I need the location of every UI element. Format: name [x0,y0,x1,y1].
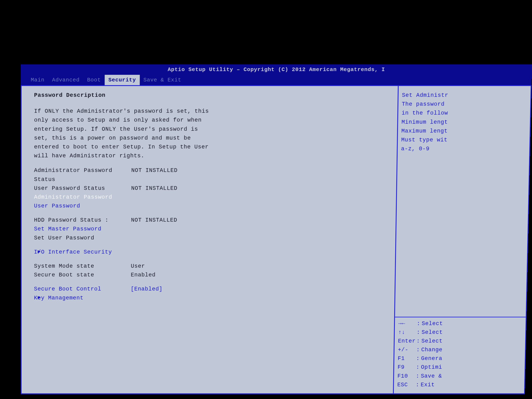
key-management-item[interactable]: ▶ Key Management [34,294,391,302]
set-master-password-item[interactable]: Set Master Password [34,225,392,234]
submenu-arrow-icon: ▶ [38,248,41,256]
tab-security[interactable]: Security [105,75,140,85]
hdd-password-status: HDD Password Status : NOT INSTALLED [34,216,392,225]
content: Password Description If ONLY the Adminis… [21,85,532,394]
tab-bar: Main Advanced Boot Security Save & Exit [21,75,532,85]
key-row: →←: Select [398,319,523,328]
key-row: F9: Optimi [398,363,522,372]
set-user-password-item[interactable]: Set User Password [34,234,392,242]
user-password-status: User Password Status NOT INSTALLED [34,184,392,193]
submenu-arrow-icon: ▶ [38,294,41,302]
secure-boot-control-item[interactable]: Secure Boot Control [Enabled] [34,285,391,294]
app-title: Aptio Setup Utility – Copyright (C) 2012… [168,66,385,73]
tab-boot[interactable]: Boot [83,75,105,85]
key-row: F10: Save & [397,372,522,380]
tab-advanced[interactable]: Advanced [48,75,83,85]
key-row: ESC: Exit [397,380,522,389]
key-legend: →←: Select ↑↓: Select Enter: Select +/-:… [397,316,523,389]
divider [395,317,526,317]
key-row: Enter: Select [398,337,523,346]
system-mode-state: System Mode state User [34,262,391,271]
help-pane: Set Administr The password in the follow… [394,85,532,394]
key-row: F1: Genera [398,354,522,363]
title-bar: Aptio Setup Utility – Copyright (C) 2012… [21,64,532,75]
key-row: +/-: Change [398,346,523,354]
io-interface-security-item[interactable]: ▶ I/O Interface Security [34,248,391,256]
admin-password-status: Administrator Password Status NOT INSTAL… [34,166,393,184]
secure-boot-state: Secure Boot state Enabled [34,271,391,279]
help-text: Set Administr The password in the follow… [401,91,528,154]
section-title: Password Description [34,91,394,100]
password-description: If ONLY the Administrator's password is … [34,107,213,160]
user-password-item[interactable]: User Password [34,202,392,211]
key-row: ↑↓: Select [398,328,523,337]
administrator-password-item[interactable]: Administrator Password [34,193,392,202]
tab-save-exit[interactable]: Save & Exit [140,75,185,85]
tab-main[interactable]: Main [27,75,48,85]
bios-screen: Aptio Setup Utility – Copyright (C) 2012… [21,64,532,394]
main-pane: Password Description If ONLY the Adminis… [21,85,399,394]
